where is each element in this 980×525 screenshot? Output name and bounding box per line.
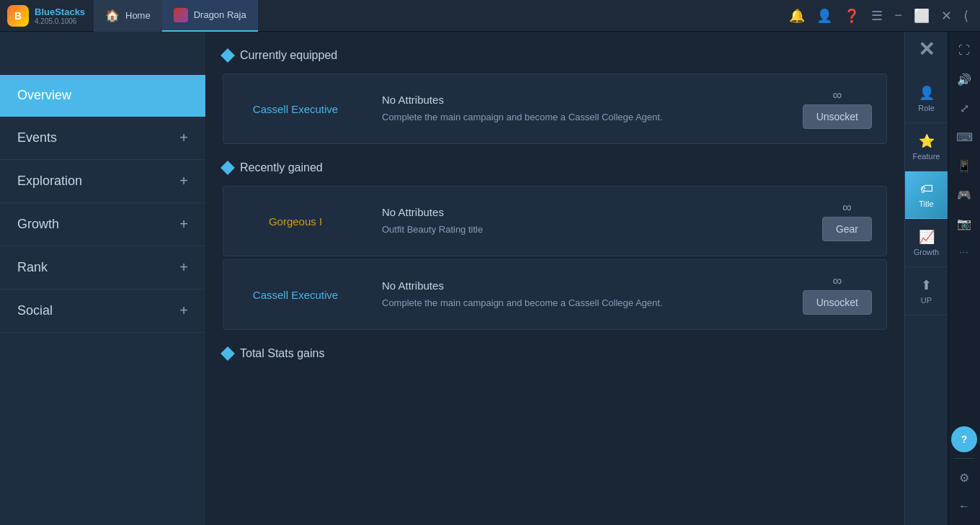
rp-item-up[interactable]: ⬆ UP <box>905 267 948 315</box>
logo-version: 4.205.0.1006 <box>35 17 85 25</box>
menu-icon[interactable]: ☰ <box>871 8 883 24</box>
tab-game-label: Dragon Raja <box>194 9 246 20</box>
sidebar-exploration-label: Exploration <box>17 174 82 189</box>
title-icon: 🏷 <box>920 181 933 197</box>
infinity-badge-1: ∞ <box>832 89 842 102</box>
unsocket-button-2[interactable]: Unsocket <box>803 290 872 315</box>
recent-item-desc-2: Complete the main campaign and become a … <box>382 296 774 310</box>
back-button[interactable]: ← <box>951 493 977 519</box>
keyboard-button[interactable]: ⌨ <box>951 124 977 150</box>
recent-item-details-1: No Attributes Outfit Beauty Rating title <box>368 194 808 248</box>
sidebar-item-events[interactable]: Events + <box>0 117 205 160</box>
tab-game[interactable]: Dragon Raja <box>162 0 258 32</box>
gamepad-button[interactable]: 🎮 <box>951 181 977 207</box>
more-button[interactable]: ··· <box>951 239 977 265</box>
right-panel: ✕ 👤 Role ⭐ Feature 🏷 Title 📈 Growth ⬆ UP <box>904 32 948 525</box>
equipped-item-desc: Complete the main campaign and become a … <box>382 110 774 125</box>
diamond-icon-1 <box>220 48 235 63</box>
main-layout: Overview Events + Exploration + Growth +… <box>0 32 980 525</box>
currently-equipped-label: Currently equipped <box>240 49 337 62</box>
titlebar-controls: 🔔 👤 ❓ ☰ − ⬜ ✕ ⟨ <box>778 8 980 24</box>
rp-item-title[interactable]: 🏷 Title <box>905 171 948 219</box>
sidebar-rank-label: Rank <box>17 260 48 275</box>
equipped-item-details: No Attributes Complete the main campaign… <box>368 82 788 136</box>
sidebar-item-social[interactable]: Social + <box>0 290 205 333</box>
collapse-icon[interactable]: ⟨ <box>963 8 968 24</box>
recent-item-attr-1: No Attributes <box>382 206 793 218</box>
equipped-item-action: ∞ Unsocket <box>788 74 886 143</box>
settings-button[interactable]: ⚙ <box>951 465 977 490</box>
rp-item-feature[interactable]: ⭐ Feature <box>905 123 948 171</box>
mobile-button[interactable]: 📱 <box>951 153 977 179</box>
recent-item-card-2: Cassell Executive No Attributes Complete… <box>223 259 887 330</box>
recent-item-name-1: Gorgeous I <box>223 198 368 245</box>
sidebar-item-rank[interactable]: Rank + <box>0 246 205 290</box>
recent-item-card-1: Gorgeous I No Attributes Outfit Beauty R… <box>223 186 887 256</box>
rp-role-label: Role <box>918 104 935 112</box>
equipped-item-card: Cassell Executive No Attributes Complete… <box>223 73 887 144</box>
right-panel-items: 👤 Role ⭐ Feature 🏷 Title 📈 Growth ⬆ UP <box>905 75 948 315</box>
rp-item-growth[interactable]: 📈 Growth <box>905 219 948 267</box>
equipped-item-name: Cassell Executive <box>223 86 368 133</box>
help-icon[interactable]: ❓ <box>844 8 860 24</box>
feature-icon: ⭐ <box>919 133 935 149</box>
bluestacks-logo-icon: B <box>7 5 29 27</box>
volume-button[interactable]: 🔊 <box>951 66 977 92</box>
total-stats-label: Total Stats gains <box>240 347 324 360</box>
close-panel-button[interactable]: ✕ <box>918 37 935 61</box>
rp-feature-label: Feature <box>913 152 940 161</box>
rp-title-label: Title <box>919 199 933 208</box>
role-icon: 👤 <box>919 85 935 101</box>
expand-button[interactable]: ⛶ <box>951 37 977 63</box>
fullscreen-button[interactable]: ⤢ <box>951 95 977 121</box>
bell-icon[interactable]: 🔔 <box>789 8 805 24</box>
far-right-controls: ⛶ 🔊 ⤢ ⌨ 📱 🎮 📷 ··· ? ⚙ ← <box>948 32 980 525</box>
sidebar-overview-label: Overview <box>17 88 71 103</box>
account-icon[interactable]: 👤 <box>816 8 832 24</box>
sidebar-events-plus: + <box>179 130 188 146</box>
equipped-item-attr: No Attributes <box>382 94 774 106</box>
titlebar: B BlueStacks 4.205.0.1006 🏠 Home Dragon … <box>0 0 980 32</box>
recent-item-details-2: No Attributes Complete the main campaign… <box>368 268 788 322</box>
left-sidebar: Overview Events + Exploration + Growth +… <box>0 32 205 525</box>
growth-icon: 📈 <box>919 229 935 245</box>
infinity-badge-2: ∞ <box>842 201 852 214</box>
recently-gained-title: Recently gained <box>223 161 887 174</box>
rp-item-role[interactable]: 👤 Role <box>905 75 948 123</box>
content-area: Currently equipped Cassell Executive No … <box>205 32 904 525</box>
sidebar-item-exploration[interactable]: Exploration + <box>0 160 205 203</box>
tab-home[interactable]: 🏠 Home <box>94 0 162 32</box>
logo-info: BlueStacks 4.205.0.1006 <box>35 6 85 25</box>
logo-area: B BlueStacks 4.205.0.1006 <box>0 5 94 27</box>
camera-button[interactable]: 📷 <box>951 210 977 236</box>
unsocket-button-1[interactable]: Unsocket <box>803 104 872 129</box>
minimize-icon[interactable]: − <box>894 8 902 23</box>
recent-item-action-2: ∞ Unsocket <box>788 260 886 329</box>
sidebar-social-plus: + <box>179 302 188 319</box>
recent-item-action-1: ∞ Gear <box>808 187 886 256</box>
restore-icon[interactable]: ⬜ <box>914 8 930 24</box>
recently-gained-label: Recently gained <box>240 161 323 174</box>
diamond-icon-3 <box>220 346 235 361</box>
logo-text: BlueStacks <box>35 6 85 17</box>
sidebar-rank-plus: + <box>179 259 188 276</box>
sidebar-social-label: Social <box>17 303 53 318</box>
sidebar-item-overview[interactable]: Overview <box>0 75 205 117</box>
sidebar-exploration-plus: + <box>179 173 188 189</box>
diamond-icon-2 <box>220 161 235 175</box>
currently-equipped-title: Currently equipped <box>223 49 887 62</box>
recent-item-attr-2: No Attributes <box>382 279 774 292</box>
sidebar-growth-label: Growth <box>17 217 59 232</box>
recent-item-desc-1: Outfit Beauty Rating title <box>382 223 793 237</box>
section-currently-equipped: Currently equipped Cassell Executive No … <box>223 49 887 144</box>
close-icon[interactable]: ✕ <box>941 8 952 24</box>
home-icon: 🏠 <box>105 9 120 22</box>
sidebar-events-label: Events <box>17 130 57 145</box>
sidebar-item-growth[interactable]: Growth + <box>0 203 205 246</box>
rp-up-label: UP <box>921 296 932 305</box>
section-total-stats: Total Stats gains <box>223 347 887 360</box>
tab-home-label: Home <box>125 10 151 21</box>
gear-button[interactable]: Gear <box>822 217 872 241</box>
help-button[interactable]: ? <box>951 426 977 452</box>
section-recently-gained: Recently gained Gorgeous I No Attributes… <box>223 161 887 330</box>
